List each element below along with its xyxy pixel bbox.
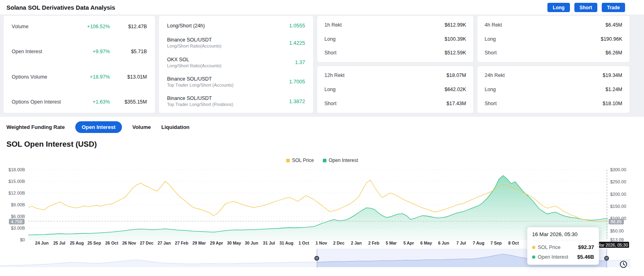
rekt-total: $19.34M: [603, 73, 622, 78]
svg-text:$12.00B: $12.00B: [8, 191, 25, 195]
svg-text:25 Sep: 25 Sep: [87, 241, 101, 245]
navigator-right-handle[interactable]: [604, 249, 609, 268]
rekt-card-1h: 1h Rekt $612.99K Long $100.39K Short $51…: [317, 15, 474, 62]
rekt-title: 4h Rekt: [485, 22, 502, 28]
rekt-long-row: Long $100.39K: [324, 36, 466, 42]
rekt-card-24h: 24h Rekt $19.34M Long $1.24M Short $18.1…: [477, 66, 630, 113]
chart-title: SOL Open Interest (USD): [6, 140, 97, 149]
svg-text:$50.00: $50.00: [610, 228, 624, 233]
rekt-short-row: Short $18.10M: [485, 101, 622, 106]
chart-tabs: Weighted Funding Rate Open Interest Volu…: [6, 121, 190, 133]
rekt-short-row: Short $17.43M: [324, 101, 466, 106]
tooltip-value: $5.46B: [577, 254, 594, 260]
ratio-row: Long/Short (24h) 1.0555: [167, 22, 305, 29]
svg-text:2 Dec: 2 Dec: [333, 241, 345, 245]
open-interest-swatch-icon: [323, 159, 326, 162]
svg-text:8 Oct: 8 Oct: [508, 241, 519, 245]
svg-text:7 Aug: 7 Aug: [473, 241, 485, 245]
tab-volume[interactable]: Volume: [132, 124, 151, 130]
svg-text:29 Mar: 29 Mar: [192, 241, 206, 245]
app-root: Solana SOL Derivatives Data Analysis Lon…: [0, 0, 644, 276]
history-clock-icon[interactable]: [619, 260, 628, 269]
stat-value: $13.01M: [110, 74, 147, 80]
rekt-short-value: $512.59K: [444, 50, 466, 56]
svg-text:27 Dec: 27 Dec: [140, 241, 153, 245]
svg-text:7 Sep: 7 Sep: [490, 241, 502, 245]
stat-label: Open Interest: [12, 49, 74, 54]
stat-row-options-open-interest: Options Open Interest +1.63% $355.15M: [12, 99, 147, 105]
svg-text:$200.00: $200.00: [610, 192, 626, 197]
legend-item-sol-price[interactable]: SOL Price: [286, 158, 314, 163]
svg-text:$150.00: $150.00: [610, 204, 626, 209]
ratio-value: 1.7005: [289, 79, 305, 85]
svg-text:7 Jul: 7 Jul: [456, 241, 466, 245]
svg-text:5 Mar: 5 Mar: [386, 241, 396, 245]
trade-button[interactable]: Trade: [602, 3, 625, 12]
svg-text:$250.00: $250.00: [610, 179, 626, 184]
rekt-long-row: Long $642.02K: [324, 87, 466, 92]
tooltip-value: $92.37: [578, 244, 594, 250]
rekt-long-row: Long $1.24M: [485, 87, 622, 92]
legend-item-open-interest[interactable]: Open Interest: [323, 158, 358, 163]
tab-liquidation[interactable]: Liquidation: [161, 124, 190, 130]
svg-text:2 Jan: 2 Jan: [351, 241, 362, 245]
tab-open-interest[interactable]: Open Interest: [75, 121, 122, 133]
rekt-short-label: Short: [324, 50, 336, 56]
ratio-row: Binance SOL/USDT Long/Short Ratio(Accoun…: [167, 37, 305, 48]
sol-price-dot-icon: [532, 246, 535, 249]
left-axis-current-badge: 4.75B: [9, 219, 25, 224]
drag-handle-icon[interactable]: [604, 256, 609, 261]
navigator-left-handle[interactable]: [314, 249, 320, 268]
svg-text:2 Feb: 2 Feb: [368, 241, 379, 245]
rekt-long-value: $190.96K: [601, 36, 622, 42]
stat-value: $12.47B: [110, 24, 147, 29]
stat-change: +9.97%: [74, 49, 110, 54]
ratio-value: 1.3872: [289, 98, 305, 104]
stat-row-options-volume: Options Volume +18.97% $13.01M: [12, 74, 147, 80]
rekt-long-value: $1.24M: [605, 87, 622, 92]
svg-text:$15.00B: $15.00B: [8, 179, 25, 184]
rekt-short-label: Short: [485, 50, 497, 56]
stat-row-volume: Volume +106.52% $12.47B: [12, 24, 147, 29]
rekt-long-label: Long: [324, 87, 336, 92]
rekt-title: 24h Rekt: [485, 73, 505, 78]
topbar-actions: Long Short Trade: [547, 3, 625, 12]
long-button[interactable]: Long: [547, 3, 570, 12]
open-interest-dot-icon: [532, 255, 535, 259]
rekt-long-row: Long $190.96K: [485, 36, 622, 42]
svg-text:$18.00B: $18.00B: [8, 167, 25, 172]
rekt-long-label: Long: [485, 87, 496, 92]
rekt-long-label: Long: [485, 36, 496, 42]
stat-label: Volume: [12, 24, 74, 29]
svg-text:26 Nov: 26 Nov: [122, 241, 136, 245]
svg-text:27 Feb: 27 Feb: [175, 241, 188, 245]
stat-change: +106.52%: [74, 24, 110, 29]
svg-text:29 Apr: 29 Apr: [210, 241, 223, 245]
short-button[interactable]: Short: [574, 3, 597, 12]
svg-text:30 Jun: 30 Jun: [245, 241, 258, 245]
svg-text:1 Nov: 1 Nov: [316, 241, 327, 245]
svg-text:27 Jan: 27 Jan: [157, 241, 171, 245]
crosshair-date-label: 16 Mar 2026, 05:30: [599, 243, 628, 247]
rekt-short-label: Short: [485, 101, 497, 106]
ratio-sublabel: Top Trader Long/Short (Accounts): [167, 83, 289, 87]
rekt-card-12h: 12h Rekt $18.07M Long $642.02K Short $17…: [317, 66, 474, 113]
rekt-long-label: Long: [324, 36, 336, 42]
rekt-long-value: $100.39K: [444, 36, 466, 42]
rekt-total-row: 4h Rekt $6.45M: [485, 22, 622, 28]
chart-legend: SOL Price Open Interest: [0, 158, 644, 163]
rekt-card-4h: 4h Rekt $6.45M Long $190.96K Short $6.26…: [477, 15, 630, 62]
ratio-value: 1.4225: [289, 40, 305, 46]
svg-text:1 Oct: 1 Oct: [299, 241, 310, 245]
svg-text:5 Apr: 5 Apr: [403, 241, 414, 245]
svg-text:24 Jun: 24 Jun: [35, 241, 48, 245]
svg-text:$6.00B: $6.00B: [11, 214, 25, 219]
ratio-sublabel: Long/Short Ratio(Accounts): [167, 63, 295, 68]
topbar: Solana SOL Derivatives Data Analysis Lon…: [0, 0, 644, 15]
sol-price-swatch-icon: [286, 159, 290, 162]
rekt-short-label: Short: [324, 101, 336, 106]
tab-weighted-funding-rate[interactable]: Weighted Funding Rate: [6, 124, 65, 130]
ratio-label: Long/Short (24h): [167, 23, 205, 29]
drag-handle-icon[interactable]: [314, 256, 319, 261]
rekt-short-value: $18.10M: [603, 101, 622, 106]
